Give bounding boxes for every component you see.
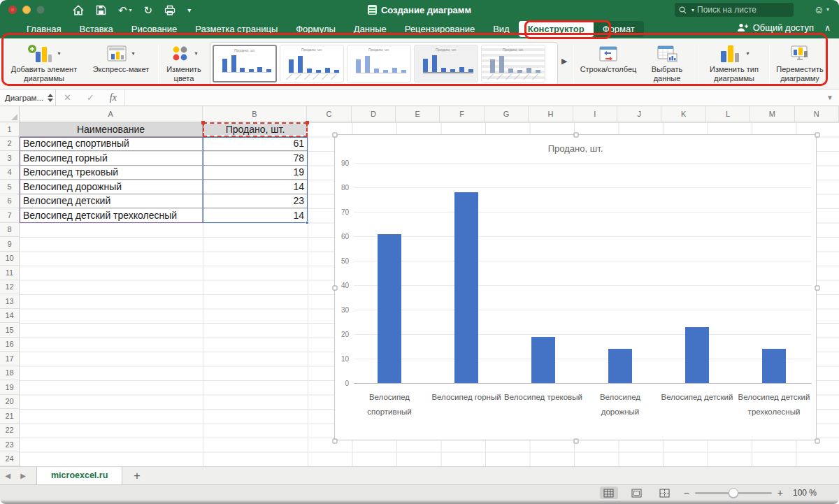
chart-bar[interactable] [378, 234, 401, 384]
tab-konstruktor[interactable]: Конструктор [519, 21, 594, 37]
row-header-7[interactable]: 7 [0, 208, 19, 223]
zoom-in-button[interactable]: + [777, 487, 783, 498]
enter-icon[interactable]: ✓ [79, 92, 102, 103]
print-icon[interactable] [164, 5, 175, 15]
column-header-D[interactable]: D [352, 106, 396, 122]
column-header-C[interactable]: C [307, 106, 351, 122]
cell-B7[interactable]: 14 [203, 208, 308, 223]
close-window-button[interactable] [8, 6, 17, 14]
save-icon[interactable] [96, 5, 106, 15]
normal-view-icon[interactable] [600, 487, 618, 499]
select-data-button[interactable]: Выбрать данные [640, 42, 694, 85]
gallery-more-arrow-icon[interactable]: ▶ [561, 57, 567, 66]
range-handle[interactable] [306, 121, 309, 124]
chart-bar[interactable] [454, 192, 478, 383]
range-handle[interactable] [201, 121, 205, 124]
row-header-22[interactable]: 22 [0, 424, 19, 438]
redo-icon[interactable]: ↻ [144, 5, 153, 15]
row-header-10[interactable]: 10 [0, 252, 19, 266]
column-header-K[interactable]: K [661, 106, 705, 122]
row-header-14[interactable]: 14 [0, 309, 19, 324]
feedback-smiley-icon[interactable]: ☺▾ [814, 3, 829, 15]
column-header-G[interactable]: G [485, 106, 529, 122]
cell-B2[interactable]: 61 [203, 137, 308, 152]
tab-vid[interactable]: Вид [484, 21, 519, 37]
tab-vstavka[interactable]: Вставка [70, 21, 122, 37]
switch-row-column-button[interactable]: Строка/столбец [578, 42, 639, 85]
cell-A3[interactable]: Велосипед горный [20, 151, 203, 166]
cell-B1[interactable]: Продано, шт. [203, 122, 308, 137]
row-header-3[interactable]: 3 [0, 151, 19, 166]
cell-A1[interactable]: Наименование [20, 122, 203, 137]
cell-A6[interactable]: Велосипед детский [20, 194, 203, 209]
move-chart-button[interactable]: Переместить диаграмму [772, 42, 828, 85]
select-all-corner[interactable] [0, 106, 20, 122]
formula-bar-caret-icon[interactable]: ▼ [826, 94, 839, 101]
cancel-icon[interactable]: ✕ [56, 92, 79, 103]
row-header-19[interactable]: 19 [0, 380, 19, 395]
customize-toolbar-icon[interactable]: ▾ [187, 5, 191, 15]
cell-B4[interactable]: 19 [203, 166, 308, 180]
chart-resize-handle[interactable] [333, 439, 338, 444]
column-header-H[interactable]: H [529, 106, 573, 122]
add-chart-element-button[interactable]: ▾ Добавить элемент диаграммы [3, 42, 85, 85]
row-header-24[interactable]: 24 [0, 452, 19, 467]
chart-bar[interactable] [531, 337, 555, 384]
minimize-window-button[interactable] [22, 6, 31, 14]
name-box-stepper[interactable] [45, 89, 56, 106]
tab-dannye[interactable]: Данные [345, 21, 396, 37]
row-header-16[interactable]: 16 [0, 338, 19, 352]
chart-style-thumbnail[interactable]: Продано, шт. [213, 45, 277, 82]
maximize-window-button[interactable] [36, 6, 45, 14]
chart-bar[interactable] [762, 349, 786, 383]
column-header-E[interactable]: E [396, 106, 440, 122]
zoom-level[interactable]: 100 % [793, 488, 822, 498]
chart-style-thumbnail[interactable]: Продано, шт. [481, 45, 545, 82]
tab-risovanie[interactable]: Рисование [122, 21, 186, 37]
chart-resize-handle[interactable] [333, 286, 338, 291]
change-colors-button[interactable]: ▾ Изменить цвета [161, 42, 207, 85]
zoom-slider[interactable] [695, 492, 772, 494]
row-header-17[interactable]: 17 [0, 352, 19, 366]
column-header-I[interactable]: I [573, 106, 617, 122]
search-input[interactable]: ▾ Поиск на листе [675, 3, 794, 17]
row-header-9[interactable]: 9 [0, 237, 19, 252]
sheet-tab-active[interactable]: microexcel.ru [36, 467, 122, 485]
page-break-view-icon[interactable] [656, 487, 674, 499]
cell-A4[interactable]: Велосипед трековый [20, 166, 203, 180]
column-header-B[interactable]: B [203, 106, 308, 122]
column-header-M[interactable]: M [750, 106, 794, 122]
chart-resize-handle[interactable] [574, 439, 579, 444]
row-header-12[interactable]: 12 [0, 280, 19, 295]
chart-resize-handle[interactable] [815, 133, 820, 138]
name-box[interactable]: Диаграм... [0, 89, 45, 106]
change-chart-type-button[interactable]: ▾ Изменить тип диаграммы [702, 42, 766, 85]
row-header-11[interactable]: 11 [0, 266, 19, 280]
cell-A7[interactable]: Велосипед детский трехколесный [20, 208, 203, 223]
cell-A2[interactable]: Велосипед спортивный [20, 137, 203, 152]
row-header-2[interactable]: 2 [0, 137, 19, 152]
tab-format[interactable]: Формат [594, 21, 644, 37]
row-header-5[interactable]: 5 [0, 180, 19, 194]
chart-resize-handle[interactable] [333, 133, 338, 138]
column-header-A[interactable]: A [20, 106, 203, 122]
zoom-slider-thumb[interactable] [729, 488, 738, 498]
formula-input[interactable] [124, 89, 826, 106]
row-header-4[interactable]: 4 [0, 166, 19, 180]
column-header-L[interactable]: L [706, 106, 750, 122]
quick-layout-button[interactable]: ▾ Экспресс-макет [87, 42, 155, 85]
column-header-N[interactable]: N [795, 106, 839, 122]
add-sheet-button[interactable]: + [122, 470, 151, 482]
row-header-8[interactable]: 8 [0, 223, 19, 238]
cell-B3[interactable]: 78 [203, 151, 308, 166]
row-header-18[interactable]: 18 [0, 366, 19, 381]
chart-title[interactable]: Продано, шт. [335, 143, 816, 154]
insert-function-icon[interactable]: fx [102, 92, 124, 103]
chart-style-thumbnail[interactable]: Продано, шт. [414, 45, 478, 82]
cell-B6[interactable]: 23 [203, 194, 308, 209]
chart-resize-handle[interactable] [574, 133, 579, 138]
undo-icon[interactable]: ↶▾ [118, 5, 132, 15]
chart[interactable]: Продано, шт. 0102030405060708090Велосипе… [334, 134, 817, 440]
tab-formuly[interactable]: Формулы [287, 21, 345, 37]
next-sheet-arrow-icon[interactable]: ▶ [15, 472, 31, 480]
